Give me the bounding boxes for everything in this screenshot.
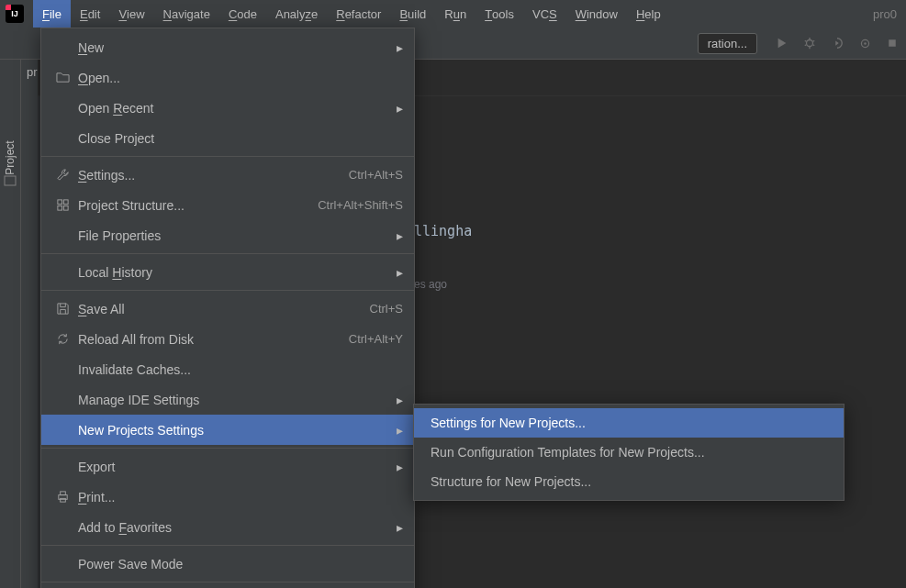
menu-view[interactable]: View xyxy=(109,0,153,28)
menu-item-label: New xyxy=(73,40,389,55)
menu-item-label: New Projects Settings xyxy=(73,423,389,438)
reload-icon xyxy=(52,332,73,346)
left-tool-stripe: Project xyxy=(0,60,21,588)
svg-point-0 xyxy=(807,40,813,47)
menu-help[interactable]: Help xyxy=(627,0,670,28)
submenu-arrow-icon: ▸ xyxy=(397,228,403,243)
run-icon[interactable] xyxy=(772,33,792,53)
menu-analyze[interactable]: Analyze xyxy=(266,0,327,28)
submenu-arrow-icon: ▸ xyxy=(397,520,403,535)
wrench-icon xyxy=(52,168,73,182)
project-tool-tab[interactable]: Project xyxy=(4,140,17,174)
menu-item-label: Invalidate Caches... xyxy=(73,362,403,377)
menu-tools[interactable]: Tools xyxy=(475,0,523,28)
menu-item-label: Save All xyxy=(73,302,370,316)
debug-icon[interactable] xyxy=(800,33,820,53)
project-panel xyxy=(21,60,38,588)
submenu-item-structure-for-new-projects[interactable]: Structure for New Projects... xyxy=(414,467,844,496)
svg-rect-4 xyxy=(5,176,16,185)
svg-rect-10 xyxy=(60,492,65,495)
shortcut-label: Ctrl+Alt+S xyxy=(349,168,403,182)
menu-item-label: Export xyxy=(73,460,389,474)
submenu-item-run-configuration-templates-for-new-projects[interactable]: Run Configuration Templates for New Proj… xyxy=(414,438,844,467)
menu-item-file-properties[interactable]: File Properties▸ xyxy=(41,220,414,250)
menu-bar: FileEditViewNavigateCodeAnalyzeRefactorB… xyxy=(33,0,670,28)
menu-item-print[interactable]: Print... xyxy=(41,482,414,512)
profile-icon[interactable] xyxy=(855,33,875,53)
menu-item-export[interactable]: Export▸ xyxy=(41,451,414,482)
menu-item-label: Local History xyxy=(73,265,389,280)
menu-navigate[interactable]: Navigate xyxy=(154,0,219,28)
file-menu-dropdown: New▸Open...Open Recent▸Close ProjectSett… xyxy=(40,28,415,588)
partial-timestamp-behind: es ago xyxy=(414,278,447,291)
menu-code[interactable]: Code xyxy=(219,0,266,28)
menu-item-power-save-mode[interactable]: Power Save Mode xyxy=(41,549,414,579)
svg-rect-7 xyxy=(57,205,62,210)
menu-window[interactable]: Window xyxy=(566,0,627,28)
submenu-arrow-icon: ▸ xyxy=(397,265,403,280)
menu-item-label: Close Project xyxy=(73,131,403,146)
submenu-arrow-icon: ▸ xyxy=(397,40,403,55)
svg-point-2 xyxy=(864,42,866,44)
menu-item-label: Reload All from Disk xyxy=(73,332,349,347)
folder-icon xyxy=(52,71,73,84)
menu-item-add-to-favorites[interactable]: Add to Favorites▸ xyxy=(41,512,414,542)
stop-icon[interactable] xyxy=(882,33,902,53)
disk-icon xyxy=(52,302,73,316)
svg-rect-8 xyxy=(63,205,68,210)
menu-item-reload-all-from-disk[interactable]: Reload All from DiskCtrl+Alt+Y xyxy=(41,324,414,354)
new-projects-settings-submenu: Settings for New Projects...Run Configur… xyxy=(413,404,844,501)
menu-item-project-structure[interactable]: Project Structure...Ctrl+Alt+Shift+S xyxy=(41,190,414,220)
menu-item-label: Settings... xyxy=(73,168,349,183)
menu-item-settings[interactable]: Settings...Ctrl+Alt+S xyxy=(41,160,414,190)
coverage-icon[interactable] xyxy=(827,33,847,53)
menu-item-label: Power Save Mode xyxy=(73,557,403,571)
menu-run[interactable]: Run xyxy=(435,0,475,28)
submenu-item-settings-for-new-projects[interactable]: Settings for New Projects... xyxy=(414,408,844,438)
menu-item-label: Add to Favorites xyxy=(73,520,389,535)
menu-item-manage-ide-settings[interactable]: Manage IDE Settings▸ xyxy=(41,384,414,415)
menu-item-label: Project Structure... xyxy=(73,198,318,213)
menu-item-new[interactable]: New▸ xyxy=(41,32,414,62)
menu-vcs[interactable]: VCS xyxy=(523,0,566,28)
menu-item-save-all[interactable]: Save AllCtrl+S xyxy=(41,294,414,324)
shortcut-label: Ctrl+Alt+Y xyxy=(349,332,403,346)
svg-rect-3 xyxy=(889,39,896,47)
menu-item-new-projects-settings[interactable]: New Projects Settings▸ xyxy=(41,415,414,445)
partial-text-behind: llingha xyxy=(414,223,472,239)
menu-item-open-recent[interactable]: Open Recent▸ xyxy=(41,93,414,123)
title-bar: FileEditViewNavigateCodeAnalyzeRefactorB… xyxy=(0,0,906,28)
menu-item-label: File Properties xyxy=(73,228,389,243)
submenu-arrow-icon: ▸ xyxy=(397,393,403,407)
svg-rect-5 xyxy=(57,200,62,205)
menu-refactor[interactable]: Refactor xyxy=(327,0,390,28)
submenu-arrow-icon: ▸ xyxy=(397,423,403,438)
menu-item-label: Open... xyxy=(73,71,403,85)
menu-item-invalidate-caches[interactable]: Invalidate Caches... xyxy=(41,354,414,384)
app-logo xyxy=(6,5,24,23)
menu-build[interactable]: Build xyxy=(390,0,435,28)
project-name-hint: pro0 xyxy=(873,7,900,21)
print-icon xyxy=(52,490,73,504)
menu-edit[interactable]: Edit xyxy=(71,0,109,28)
menu-item-label: Manage IDE Settings xyxy=(73,393,389,407)
struct-icon xyxy=(52,198,73,212)
menu-item-label: Print... xyxy=(73,490,403,505)
menu-item-label: Open Recent xyxy=(73,101,389,116)
submenu-arrow-icon: ▸ xyxy=(397,460,403,474)
shortcut-label: Ctrl+Alt+Shift+S xyxy=(318,198,403,212)
menu-item-open[interactable]: Open... xyxy=(41,62,414,93)
structure-tool-icon[interactable] xyxy=(3,173,17,188)
menu-item-close-project[interactable]: Close Project xyxy=(41,123,414,153)
menu-file[interactable]: File xyxy=(33,0,71,28)
submenu-arrow-icon: ▸ xyxy=(397,101,403,116)
menu-item-local-history[interactable]: Local History▸ xyxy=(41,257,414,287)
shortcut-label: Ctrl+S xyxy=(370,302,403,316)
run-config-dropdown[interactable]: ration... xyxy=(698,33,757,54)
svg-rect-6 xyxy=(63,200,68,205)
